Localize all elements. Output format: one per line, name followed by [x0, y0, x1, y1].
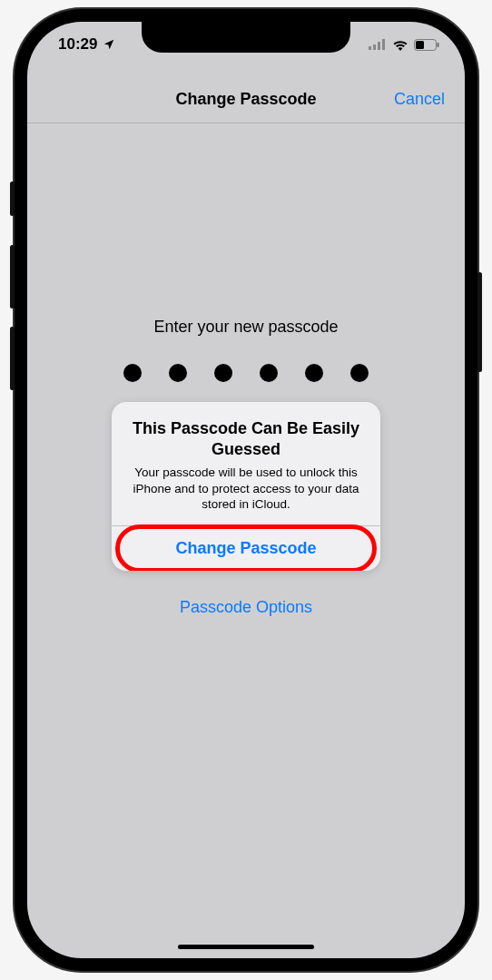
- home-indicator[interactable]: [178, 945, 314, 949]
- passcode-dot: [350, 364, 369, 382]
- svg-rect-0: [369, 46, 371, 50]
- alert-message: Your passcode will be used to unlock thi…: [128, 465, 364, 513]
- svg-rect-5: [416, 41, 424, 49]
- passcode-dot: [305, 364, 323, 382]
- volume-up-button: [10, 245, 15, 309]
- passcode-dot: [169, 364, 187, 382]
- screen: 10:29: [27, 22, 465, 958]
- svg-rect-1: [373, 44, 376, 50]
- cancel-button[interactable]: Cancel: [394, 90, 445, 109]
- svg-rect-6: [438, 43, 439, 47]
- power-button: [477, 272, 482, 372]
- passcode-prompt: Enter your new passcode: [153, 318, 338, 337]
- content-area: Enter your new passcode This Passcode Ca…: [27, 123, 465, 958]
- wifi-icon: [392, 39, 408, 51]
- passcode-options-link[interactable]: Passcode Options: [180, 598, 312, 617]
- passcode-dot: [260, 364, 278, 382]
- location-icon: [103, 38, 115, 51]
- volume-down-button: [10, 327, 15, 390]
- status-time: 10:29: [58, 35, 97, 54]
- alert-body: This Passcode Can Be Easily Guessed Your…: [112, 402, 380, 525]
- nav-title: Change Passcode: [175, 90, 316, 109]
- status-left: 10:29: [58, 35, 115, 54]
- nav-bar: Change Passcode Cancel: [27, 76, 465, 123]
- status-right: [369, 39, 439, 51]
- passcode-dot: [123, 364, 142, 382]
- alert-button-row: Change Passcode: [112, 525, 380, 571]
- phone-frame: 10:29: [15, 9, 477, 971]
- svg-rect-2: [378, 42, 380, 50]
- svg-rect-3: [382, 39, 385, 50]
- passcode-dots[interactable]: [123, 364, 369, 382]
- mute-switch: [10, 181, 15, 216]
- notch: [142, 22, 350, 53]
- alert-title: This Passcode Can Be Easily Guessed: [128, 418, 364, 459]
- passcode-dot: [214, 364, 232, 382]
- cellular-icon: [369, 39, 387, 50]
- change-passcode-button[interactable]: Change Passcode: [175, 539, 316, 558]
- weak-passcode-alert: This Passcode Can Be Easily Guessed Your…: [112, 402, 380, 571]
- battery-icon: [414, 39, 439, 51]
